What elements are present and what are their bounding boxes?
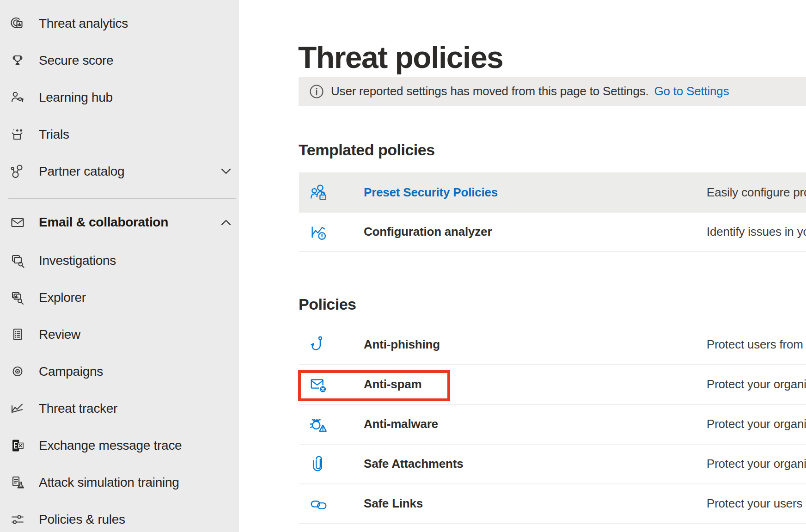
sidebar-item-label: Investigations	[39, 253, 116, 268]
sidebar-item-label: Exchange message trace	[39, 438, 182, 453]
sidebar-divider	[8, 198, 236, 199]
anti-malware-icon	[308, 414, 330, 435]
email-collaboration-icon	[9, 214, 26, 231]
sidebar-item-review[interactable]: Review	[0, 316, 239, 353]
policies-rules-icon	[9, 511, 26, 528]
row-anti-spam[interactable]: Anti-spam Protect your organiz	[299, 365, 806, 405]
section-heading-policies: Policies	[299, 296, 356, 312]
secure-score-icon	[9, 52, 26, 69]
threat-analytics-icon	[9, 15, 26, 32]
sidebar-item-label: Secure score	[39, 53, 113, 68]
section-heading-templated-policies: Templated policies	[299, 142, 435, 158]
sidebar-item-threat-tracker[interactable]: Threat tracker	[0, 390, 239, 427]
sidebar-item-learning-hub[interactable]: Learning hub	[0, 79, 239, 116]
row-description: Protect your users fr	[707, 496, 806, 511]
sidebar-item-email-collaboration[interactable]: Email & collaboration	[0, 204, 239, 241]
row-anti-phishing[interactable]: Anti-phishing Protect users from p	[299, 325, 806, 365]
configuration-analyzer-icon	[308, 221, 330, 243]
threat-tracker-icon	[9, 400, 26, 417]
sidebar-item-label: Explorer	[39, 290, 86, 305]
row-description: Protect your organiz	[707, 417, 806, 431]
sidebar-item-trials[interactable]: Trials	[0, 116, 239, 153]
safe-links-icon	[308, 493, 330, 514]
info-icon	[309, 84, 324, 99]
sidebar-item-label: Threat analytics	[39, 16, 128, 31]
partner-catalog-icon	[9, 163, 26, 180]
sidebar-item-label: Attack simulation training	[39, 475, 179, 490]
sidebar-item-exchange-message-trace[interactable]: Exchange message trace	[0, 427, 239, 464]
info-banner: User reported settings has moved from th…	[299, 77, 806, 106]
row-description: Protect your organiz	[707, 377, 806, 391]
sidebar-item-label: Threat tracker	[39, 401, 117, 416]
anti-spam-icon	[308, 374, 330, 395]
row-safe-links[interactable]: Safe Links Protect your users fr	[299, 484, 806, 524]
sidebar-item-attack-simulation-training[interactable]: Attack simulation training	[0, 464, 239, 501]
row-name[interactable]: Safe Attachments	[364, 457, 463, 471]
sidebar-item-investigations[interactable]: Investigations	[0, 242, 239, 279]
safe-attachments-icon	[308, 453, 330, 475]
sidebar-item-secure-score[interactable]: Secure score	[0, 42, 239, 79]
trials-icon	[9, 126, 26, 143]
row-name-link[interactable]: Preset Security Policies	[364, 185, 498, 199]
row-name[interactable]: Anti-phishing	[364, 337, 440, 352]
sidebar-item-explorer[interactable]: Explorer	[0, 279, 239, 316]
chevron-down-icon[interactable]	[221, 168, 231, 175]
sidebar-item-label: Policies & rules	[39, 512, 125, 527]
left-navigation-sidebar: Threat analytics Secure score Learning h…	[0, 0, 239, 532]
preset-security-policies-icon	[308, 182, 330, 203]
investigations-icon	[9, 252, 26, 269]
sidebar-item-label: Partner catalog	[39, 164, 124, 179]
page-title: Threat policies	[298, 41, 503, 74]
sidebar-item-label: Review	[39, 327, 80, 342]
sidebar-item-label: Email & collaboration	[39, 215, 168, 230]
row-preset-security-policies[interactable]: Preset Security Policies Easily configur…	[299, 172, 806, 213]
row-description: Protect your organiz	[707, 457, 806, 471]
main-content: Threat policies User reported settings h…	[239, 0, 806, 532]
row-name[interactable]: Anti-malware	[364, 417, 438, 431]
banner-message: User reported settings has moved from th…	[331, 84, 648, 98]
row-name[interactable]: Configuration analyzer	[364, 224, 492, 238]
go-to-settings-link[interactable]: Go to Settings	[654, 84, 729, 98]
sidebar-item-policies-rules[interactable]: Policies & rules	[0, 501, 239, 532]
attack-simulation-training-icon	[9, 474, 26, 491]
exchange-message-trace-icon	[9, 437, 26, 454]
row-name[interactable]: Anti-spam	[364, 377, 421, 391]
review-icon	[9, 326, 26, 343]
sidebar-item-partner-catalog[interactable]: Partner catalog	[0, 153, 239, 190]
chevron-up-icon[interactable]	[221, 219, 231, 226]
row-description: Protect users from p	[707, 337, 806, 352]
sidebar-item-threat-analytics[interactable]: Threat analytics	[0, 5, 239, 42]
sidebar-item-label: Campaigns	[39, 364, 103, 379]
sidebar-item-label: Learning hub	[39, 90, 113, 105]
learning-hub-icon	[9, 89, 26, 106]
campaigns-icon	[9, 363, 26, 380]
row-name[interactable]: Safe Links	[364, 496, 423, 511]
sidebar-item-label: Trials	[39, 127, 69, 142]
row-description: Easily configure prot	[707, 185, 806, 199]
row-safe-attachments[interactable]: Safe Attachments Protect your organiz	[299, 445, 806, 484]
explorer-icon	[9, 289, 26, 306]
row-description: Identify issues in you	[707, 224, 806, 238]
sidebar-item-campaigns[interactable]: Campaigns	[0, 353, 239, 390]
anti-phishing-icon	[308, 334, 330, 355]
row-anti-malware[interactable]: Anti-malware Protect your organiz	[299, 405, 806, 445]
row-configuration-analyzer[interactable]: Configuration analyzer Identify issues i…	[299, 213, 806, 252]
